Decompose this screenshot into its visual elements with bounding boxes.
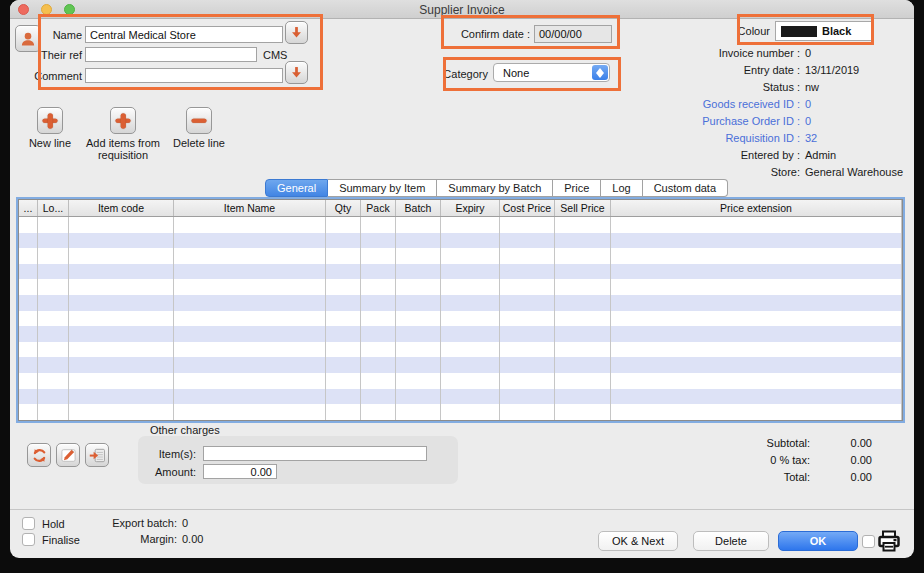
import-lines-button[interactable]: [85, 443, 109, 467]
table-row[interactable]: [19, 404, 902, 420]
refresh-lines-button[interactable]: [27, 443, 51, 467]
table-header-cell[interactable]: Expiry: [441, 200, 500, 216]
table-cell: [555, 248, 611, 264]
table-header-cell[interactable]: Item code: [69, 200, 174, 216]
plus-icon: [115, 113, 131, 129]
confirm-date-label: Confirm date :: [440, 28, 530, 40]
tab-price[interactable]: Price: [553, 179, 601, 197]
other-charges-items-input[interactable]: [203, 446, 427, 461]
table-row[interactable]: [19, 326, 902, 342]
total-row: Total:0.00: [700, 471, 872, 488]
tab-bar: General Summary by Item Summary by Batch…: [265, 179, 728, 197]
table-header-cell[interactable]: Item Name: [174, 200, 326, 216]
hold-checkbox[interactable]: [22, 517, 35, 530]
margin-label: Margin:: [65, 533, 177, 545]
table-cell: [611, 248, 902, 264]
table-header-cell[interactable]: Qty: [326, 200, 361, 216]
table-cell: [555, 404, 611, 420]
table-row[interactable]: [19, 264, 902, 280]
table-row[interactable]: [19, 389, 902, 405]
table-header-cell[interactable]: Batch: [396, 200, 441, 216]
table-row[interactable]: [19, 373, 902, 389]
supplier-invoice-window: Supplier Invoice Name Their ref CMS Comm…: [10, 0, 914, 558]
table-cell: [611, 311, 902, 327]
finalise-checkbox[interactable]: [22, 533, 35, 546]
info-row-goods-received-id[interactable]: Goods received ID :0: [638, 98, 908, 115]
table-header-cell[interactable]: Lo...: [38, 200, 69, 216]
info-row-purchase-order-id[interactable]: Purchase Order ID :0: [638, 115, 908, 132]
name-label: Name: [20, 29, 82, 41]
table-cell: [611, 233, 902, 249]
down-arrow-icon: [289, 25, 304, 40]
plus-icon: [42, 113, 58, 129]
table-cell: [611, 326, 902, 342]
table-header-cell[interactable]: Pack: [361, 200, 396, 216]
table-cell: [500, 357, 555, 373]
category-label: Category: [430, 68, 488, 80]
printer-icon[interactable]: [877, 529, 901, 557]
tab-summary-by-batch[interactable]: Summary by Batch: [437, 179, 553, 197]
add-items-from-requisition-button[interactable]: [110, 107, 136, 134]
table-cell: [174, 233, 326, 249]
edit-note-button[interactable]: [56, 443, 80, 467]
table-cell: [361, 248, 396, 264]
table-cell: [396, 326, 441, 342]
table-cell: [361, 264, 396, 280]
table-cell: [361, 311, 396, 327]
table-cell: [441, 311, 500, 327]
table-cell: [361, 295, 396, 311]
info-row-requisition-id[interactable]: Requisition ID :32: [638, 132, 908, 149]
table-row[interactable]: [19, 342, 902, 358]
tab-general[interactable]: General: [265, 179, 328, 197]
table-row[interactable]: [19, 279, 902, 295]
their-ref-input[interactable]: [85, 47, 257, 62]
table-cell: [69, 404, 174, 420]
table-row[interactable]: [19, 217, 902, 233]
tab-summary-by-item[interactable]: Summary by Item: [328, 179, 437, 197]
new-line-button[interactable]: [37, 107, 63, 134]
table-row[interactable]: [19, 311, 902, 327]
table-cell: [611, 373, 902, 389]
name-input[interactable]: [85, 26, 283, 43]
table-header-cell[interactable]: Cost Price: [500, 200, 555, 216]
table-row[interactable]: [19, 248, 902, 264]
ok-next-button[interactable]: OK & Next: [598, 531, 678, 551]
comment-input[interactable]: [85, 68, 283, 83]
comment-lookup-button[interactable]: [285, 61, 308, 84]
table-cell: [38, 264, 69, 280]
other-charges-amount-label: Amount:: [138, 466, 196, 478]
print-checkbox[interactable]: [862, 535, 875, 548]
tab-custom-data[interactable]: Custom data: [643, 179, 728, 197]
table-cell: [361, 404, 396, 420]
delete-button[interactable]: Delete: [693, 531, 769, 551]
table-cell: [19, 373, 38, 389]
colour-picker[interactable]: Black: [775, 21, 873, 41]
table-header-cell[interactable]: ...: [19, 200, 38, 216]
table-cell: [396, 311, 441, 327]
tax-row: 0 % tax:0.00: [700, 454, 872, 471]
supplier-code-text: CMS: [263, 49, 287, 61]
table-cell: [19, 357, 38, 373]
table-row[interactable]: [19, 233, 902, 249]
table-cell: [611, 389, 902, 405]
info-row-entry-date: Entry date :13/11/2019: [638, 64, 908, 81]
other-charges-amount-input[interactable]: [203, 464, 277, 479]
tab-log[interactable]: Log: [601, 179, 642, 197]
table-header-cell[interactable]: Sell Price: [555, 200, 611, 216]
table-cell: [38, 389, 69, 405]
delete-line-button[interactable]: [186, 107, 212, 134]
category-select[interactable]: None: [493, 63, 610, 82]
table-row[interactable]: [19, 357, 902, 373]
ok-button[interactable]: OK: [778, 531, 858, 551]
down-arrow-icon: [289, 65, 304, 80]
table-cell: [19, 326, 38, 342]
table-row[interactable]: [19, 295, 902, 311]
name-lookup-button[interactable]: [285, 21, 308, 44]
table-header-cell[interactable]: Price extension: [611, 200, 902, 216]
table-cell: [361, 389, 396, 405]
table-cell: [555, 264, 611, 280]
colour-swatch: [781, 26, 817, 37]
table-cell: [500, 279, 555, 295]
export-batch-label: Export batch:: [65, 517, 177, 529]
table-cell: [441, 342, 500, 358]
